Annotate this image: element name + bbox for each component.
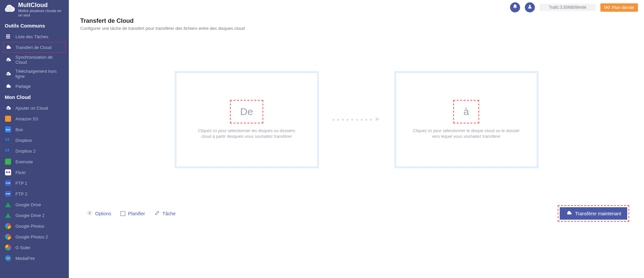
task-label: Tâche xyxy=(163,211,176,216)
sidebar-item-cloud-sync[interactable]: Synchronisation de Cloud xyxy=(0,53,69,67)
section-common-tools: Outils Communs xyxy=(0,20,69,31)
page-subtitle: Configurer une tâche de transfert pour t… xyxy=(80,26,633,31)
source-help: Cliquez ici pour sélectionner les disque… xyxy=(193,128,301,140)
logo[interactable]: MultCloud Mettre plusieurs clouds en un … xyxy=(0,0,69,20)
sidebar-item-label: Téléchargement hors ligne xyxy=(15,69,64,79)
destination-help: Cliquez ici pour sélectionner le disque … xyxy=(413,128,520,140)
sidebar-item-label: Dropbox xyxy=(15,138,32,143)
sidebar-item-google-drive[interactable]: Google Drive xyxy=(0,199,69,210)
source-label-box: De xyxy=(230,100,263,123)
sidebar-item-label: Transfert de Cloud xyxy=(15,45,51,50)
sidebar-item-label: Ajouter un Cloud xyxy=(15,106,48,111)
schedule-label: Planifier xyxy=(128,211,145,216)
flickr-icon xyxy=(5,169,11,176)
sidebar-item-label: FTP 1 xyxy=(15,181,27,186)
cloud-logo-icon xyxy=(3,5,15,15)
edit-icon xyxy=(154,210,160,217)
main: Trafic:3.55MB/Illimité Plan illimité Tra… xyxy=(69,0,644,278)
sidebar-item-ftp-1[interactable]: FTP FTP 1 xyxy=(0,178,69,188)
google-photos-icon xyxy=(5,223,11,229)
options-label: Options xyxy=(95,211,111,216)
task-button[interactable]: Tâche xyxy=(154,210,176,217)
destination-card-wrap: à Cliquez ici pour sélectionner le disqu… xyxy=(394,71,539,168)
destination-label-box: à xyxy=(453,100,479,123)
sidebar-item-flickr[interactable]: Flickr xyxy=(0,167,69,178)
source-picker[interactable]: De Cliquez ici pour sélectionner les dis… xyxy=(177,73,317,166)
transfer-now-button[interactable]: Transférer maintenant xyxy=(560,207,627,220)
sidebar-item-label: Liste des Tâches xyxy=(15,34,48,39)
sidebar-item-label: Google Drive 2 xyxy=(15,213,45,218)
upgrade-label: Plan illimité xyxy=(612,5,634,10)
traffic-status: Trafic:3.55MB/Illimité xyxy=(540,4,596,11)
sidebar-item-label: Google Drive xyxy=(15,202,41,207)
sidebar-item-google-photos-2[interactable]: Google Photos 2 xyxy=(0,231,69,242)
sidebar-item-google-drive-2[interactable]: Google Drive 2 xyxy=(0,210,69,221)
brand-name: MultCloud xyxy=(18,2,65,8)
schedule-button[interactable]: Planifier xyxy=(121,210,145,217)
sidebar-item-amazon-s3[interactable]: Amazon S3 xyxy=(0,113,69,124)
section-my-cloud: Mon Cloud xyxy=(0,92,69,103)
page-title: Transfert de Cloud xyxy=(80,17,633,24)
arrow-right-icon xyxy=(375,116,381,123)
sidebar-item-label: Box xyxy=(15,127,23,132)
upgrade-button[interactable]: Plan illimité xyxy=(600,3,638,12)
cloud-icon xyxy=(566,211,572,216)
sidebar-item-google-photos[interactable]: Google Photos xyxy=(0,221,69,231)
sidebar-item-add-cloud[interactable]: Ajouter un Cloud xyxy=(0,103,69,113)
sidebar-item-label: Amazon S3 xyxy=(15,116,38,121)
sidebar-item-label: G Suite xyxy=(15,245,30,250)
sidebar-item-label: Google Photos xyxy=(15,224,44,229)
sidebar-item-g-suite[interactable]: G Suite xyxy=(0,242,69,253)
sidebar-item-ftp-2[interactable]: FTP FTP 2 xyxy=(0,188,69,199)
box-icon: box xyxy=(5,126,11,133)
action-left: Options Planifier Tâche xyxy=(87,210,176,217)
destination-picker[interactable]: à Cliquez ici pour sélectionner le disqu… xyxy=(396,73,537,166)
source-label: De xyxy=(240,106,253,117)
transfer-now-highlight: Transférer maintenant xyxy=(558,205,629,222)
account-button[interactable] xyxy=(525,2,535,12)
google-drive-icon xyxy=(5,212,11,219)
dropbox-icon xyxy=(5,148,11,154)
list-icon xyxy=(5,33,11,40)
checkbox-icon xyxy=(121,211,125,216)
topbar: Trafic:3.55MB/Illimité Plan illimité xyxy=(69,0,644,15)
infinity-icon xyxy=(604,5,610,10)
transfer-arrow xyxy=(332,116,381,123)
sidebar-item-label: Partage xyxy=(15,84,31,89)
content: Transfert de Cloud Configurer une tâche … xyxy=(69,15,644,222)
dropbox-icon xyxy=(5,137,11,144)
sidebar-item-share[interactable]: Partage xyxy=(0,81,69,92)
sidebar-item-mediafire[interactable]: MediaFire xyxy=(0,253,69,264)
cloud-transfer-icon xyxy=(5,44,11,51)
sidebar-item-evernote[interactable]: Evernote xyxy=(0,156,69,167)
ftp-icon: FTP xyxy=(5,190,11,197)
sidebar-item-label: Dropbox 2 xyxy=(15,149,36,154)
ftp-icon: FTP xyxy=(5,180,11,186)
sidebar-item-offline-download[interactable]: Téléchargement hors ligne xyxy=(0,67,69,81)
sidebar-item-label: MediaFire xyxy=(15,256,35,261)
google-photos-icon xyxy=(5,233,11,240)
sidebar-item-box[interactable]: box Box xyxy=(0,124,69,135)
sidebar-item-task-list[interactable]: Liste des Tâches xyxy=(0,31,69,42)
cloud-share-icon xyxy=(5,83,11,90)
source-card-wrap: De Cliquez ici pour sélectionner les dis… xyxy=(175,71,319,168)
amazon-s3-icon xyxy=(5,115,11,122)
sidebar-item-label: Evernote xyxy=(15,159,33,164)
brand-tagline: Mettre plusieurs clouds en un seul xyxy=(18,9,65,17)
sidebar-item-label: Flickr xyxy=(15,170,26,175)
google-drive-icon xyxy=(5,201,11,208)
cloud-add-icon xyxy=(5,105,11,111)
sidebar-item-dropbox-2[interactable]: Dropbox 2 xyxy=(0,146,69,156)
options-button[interactable]: Options xyxy=(87,210,111,217)
transfer-now-label: Transférer maintenant xyxy=(575,211,621,216)
cloud-upload-icon xyxy=(5,70,11,77)
notifications-button[interactable] xyxy=(510,2,520,12)
sidebar-item-cloud-transfer[interactable]: Transfert de Cloud xyxy=(0,42,69,53)
g-suite-icon xyxy=(5,244,11,251)
svg-point-1 xyxy=(89,212,90,214)
bell-icon xyxy=(512,4,518,11)
sidebar-item-dropbox[interactable]: Dropbox xyxy=(0,135,69,146)
sidebar: MultCloud Mettre plusieurs clouds en un … xyxy=(0,0,69,278)
svg-point-0 xyxy=(529,5,531,7)
sidebar-item-label: Synchronisation de Cloud xyxy=(15,55,64,65)
